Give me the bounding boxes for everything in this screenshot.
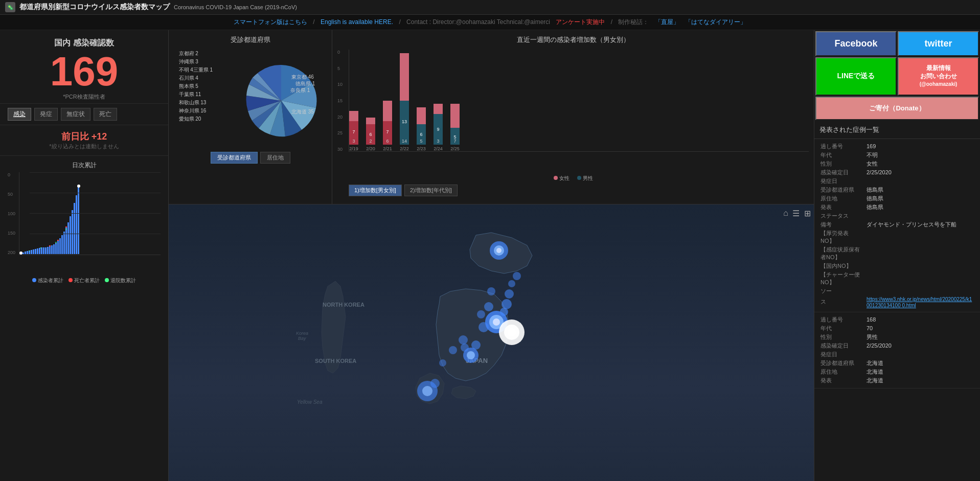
bar-group-223: 5 6 2/23	[417, 145, 426, 151]
pie-label: 愛知県 20	[179, 115, 213, 123]
bar-224-label: 2/24	[434, 146, 443, 151]
svg-point-68	[478, 322, 489, 332]
pie-label: 熊本県 5	[179, 82, 213, 90]
case-row: 【チャーター便NO】	[818, 270, 976, 287]
weekly-tabs: 1)増加数[男女別] 2)増加数[年代別]	[349, 182, 809, 199]
case-row: 発症日	[818, 350, 976, 359]
case-row: 【国内NO】	[818, 262, 976, 270]
confirmed-box: 国内 感染確認数 169 *PCR検査陽性者	[0, 30, 168, 104]
svg-text:奈良県 1: 奈良県 1	[290, 87, 310, 93]
svg-point-67	[477, 310, 485, 318]
line-button[interactable]: LINEで送る	[815, 57, 897, 96]
weekly-legend: 女性 男性	[337, 175, 809, 182]
svg-point-61	[500, 308, 508, 316]
tab-onset[interactable]: 発症	[34, 108, 58, 121]
pie-tab-residence[interactable]: 居住地	[260, 152, 290, 164]
tab-death[interactable]: 死亡	[94, 108, 117, 121]
case-row: ソー	[818, 287, 976, 295]
svg-text:徳島県 1: 徳島県 1	[295, 81, 315, 86]
case-row: 原住地徳島県	[818, 194, 976, 203]
chart-title: 日次累計	[8, 161, 161, 170]
japan-map-svg: NORTH KOREA SOUTH KOREA JAPAN Yellow Sea…	[169, 204, 814, 481]
grid-line	[30, 234, 161, 234]
case-row: 受診都道府県北海道	[818, 359, 976, 368]
svg-rect-5	[31, 250, 32, 254]
svg-rect-17	[55, 243, 57, 254]
pie-area: 受診都道府県 京都府 2 沖縄県 3 不明 4三重県 1 石川県 4 熊本県 5…	[169, 30, 332, 204]
tab-infected[interactable]: 感染	[8, 108, 31, 121]
chart-legend: 感染者累計 死亡者累計 退院数累計	[8, 277, 161, 284]
svg-rect-2	[25, 251, 26, 254]
grid-line	[30, 213, 161, 214]
svg-rect-28	[78, 187, 79, 254]
svg-point-62	[487, 287, 495, 295]
bar-225-label: 2/25	[450, 146, 460, 151]
app-subtitle: Coronavirus COVID-19 Japan Case (2019-nC…	[174, 4, 297, 10]
bar-group-224: 3 9 2/24	[434, 145, 443, 151]
svg-rect-25	[72, 210, 73, 254]
survey-link[interactable]: アンケート実施中	[556, 18, 605, 26]
pie-label: 和歌山県 13	[179, 99, 213, 107]
info-button[interactable]: 最新情報お問い合わせ(@oohamazaki)	[898, 57, 979, 96]
svg-point-70	[449, 346, 457, 354]
case-row: 【感症状原保有者NO】	[818, 245, 976, 262]
grid-line	[30, 172, 161, 173]
svg-rect-35	[40, 247, 41, 248]
svg-point-78	[471, 340, 481, 350]
confirmed-label: 国内 感染確認数	[10, 38, 158, 49]
svg-text:北海道 35: 北海道 35	[291, 109, 314, 114]
case-row: 感染確定日2/25/2020	[818, 341, 976, 350]
svg-point-57	[493, 318, 500, 326]
svg-point-38	[19, 251, 22, 255]
case-row: 感染確定日2/25/2020	[818, 168, 976, 177]
svg-rect-26	[74, 203, 75, 254]
logo-icon: 🦠	[5, 2, 15, 12]
pie-label: 千葉県 11	[179, 90, 213, 99]
svg-text:Yellow Sea: Yellow Sea	[297, 399, 323, 405]
tab-asymptomatic[interactable]: 無症状	[61, 108, 90, 121]
pie-tab-prefecture[interactable]: 受診都道府県	[211, 152, 258, 164]
map-container[interactable]: ⌂ ☰ ⊞	[169, 204, 814, 481]
svg-point-64	[508, 280, 515, 287]
source-link[interactable]: https://www3.nhk.or.jp/news/html/2020022…	[867, 296, 972, 308]
case-row: 年代不明	[818, 151, 976, 159]
map-background: ⌂ ☰ ⊞	[169, 204, 814, 481]
svg-rect-14	[49, 246, 51, 254]
twitter-button[interactable]: twitter	[898, 31, 979, 56]
case-item-169: 過し番号169 年代不明 性別女性 感染確定日2/25/2020 発症日 受診都…	[814, 139, 980, 312]
pie-label: 神奈川県 16	[179, 107, 213, 115]
left-panel: 国内 感染確認数 169 *PCR検査陽性者 感染 発症 無症状 死亡 前日比 …	[0, 30, 169, 481]
pie-tabs: 受診都道府県 居住地	[174, 149, 327, 166]
bar-223-label: 2/23	[417, 146, 426, 151]
note1-link[interactable]: 「直屋」	[655, 18, 679, 26]
svg-text:Bay: Bay	[298, 336, 306, 341]
case-row: ステータス	[818, 212, 976, 220]
bar-223-female	[417, 107, 426, 124]
svg-rect-24	[70, 216, 71, 254]
svg-point-39	[77, 185, 80, 188]
english-link[interactable]: English is available HERE.	[321, 18, 393, 26]
case-row: 発表北海道	[818, 376, 976, 385]
svg-rect-12	[45, 247, 47, 254]
pie-label: 不明 4三重県 1	[179, 66, 213, 74]
donate-button[interactable]: ご寄付（Donate）	[815, 97, 979, 120]
note2-link[interactable]: 「はてなダイアリー」	[685, 18, 746, 26]
svg-rect-31	[65, 226, 67, 227]
smartphone-link[interactable]: スマートフォン版はこちら	[234, 18, 307, 26]
svg-rect-18	[57, 241, 59, 254]
svg-point-63	[505, 289, 514, 299]
facebook-button[interactable]: Facebook	[815, 31, 897, 56]
bar-group-220: 2 6 2/20	[366, 145, 375, 151]
svg-rect-8	[37, 248, 38, 254]
pie-label: 京都府 2	[179, 50, 213, 58]
weekly-tab-age[interactable]: 2)増加数[年代別]	[404, 185, 458, 196]
svg-rect-9	[39, 248, 40, 254]
bar-222-label: 2/22	[400, 146, 409, 151]
bar-group-219: 3 7 2/19	[349, 145, 358, 151]
weekly-tab-gender[interactable]: 1)増加数[男女別]	[349, 185, 402, 196]
case-table-169: 過し番号169 年代不明 性別女性 感染確定日2/25/2020 発症日 受診都…	[818, 142, 976, 309]
case-row: 過し番号169	[818, 142, 976, 151]
svg-point-65	[513, 272, 521, 280]
bar-221-label: 2/21	[383, 146, 392, 151]
svg-point-71	[439, 359, 446, 367]
